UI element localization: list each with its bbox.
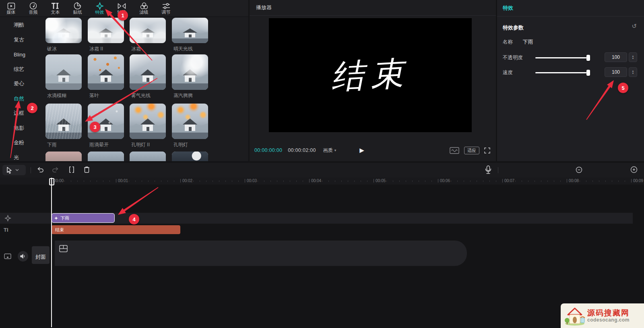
stepper-down-icon[interactable]: ▾: [632, 72, 634, 75]
effect-thumb-lantern[interactable]: [130, 104, 166, 139]
param-slider-handle[interactable]: [586, 55, 590, 61]
effects-grid: 破冰冰霜 II冰霜晴天光线水滴模糊落叶雾气光线蒸汽腾腾下雨雨滴晕开孔明灯 II孔…: [44, 17, 248, 161]
text-clip-label: 结束: [55, 227, 64, 233]
effect-thumb-partial[interactable]: [172, 152, 208, 161]
toolbar-tab-audio[interactable]: 音频: [22, 0, 44, 17]
effect-thumb-frost[interactable]: [88, 18, 124, 43]
ruler-minor-tick: [135, 181, 136, 182]
param-label: 不透明度: [503, 54, 523, 61]
effect-name: 雾气光线: [131, 92, 151, 99]
toolbar-tab-label: 滤镜: [140, 10, 149, 15]
param-stepper[interactable]: ▴▾: [629, 67, 637, 77]
ruler-minor-tick: [625, 181, 625, 182]
ruler-minor-tick: [618, 181, 619, 182]
ruler-minor-tick: [167, 181, 168, 182]
microphone-icon[interactable]: [485, 165, 492, 174]
timeline-effect-clip[interactable]: 下雨: [52, 213, 115, 223]
category-item[interactable]: 潮酷: [0, 18, 44, 33]
param-row-speed: 速度100▴▾: [497, 67, 644, 78]
ruler-minor-tick: [528, 181, 528, 182]
effect-thumb-frost[interactable]: [130, 18, 166, 43]
toolbar-tab-effects[interactable]: 特效: [89, 0, 111, 17]
effect-track-icon: [4, 215, 11, 222]
zoom-out-icon[interactable]: [576, 166, 582, 173]
inspector-tab-effects[interactable]: 特效: [503, 4, 513, 12]
param-slider-handle[interactable]: [586, 70, 590, 76]
hide-video-track-icon[interactable]: [4, 253, 11, 259]
fit-button[interactable]: 适应: [464, 147, 479, 154]
waveform-icon[interactable]: [450, 147, 459, 154]
playhead-handle[interactable]: [49, 178, 54, 185]
delete-icon[interactable]: [83, 166, 91, 174]
toolbar-tab-media[interactable]: 媒体: [0, 0, 22, 17]
effect-overlay: [130, 104, 166, 139]
effect-thumb-partial[interactable]: [88, 152, 124, 161]
toolbar-tab-sticker[interactable]: 贴纸: [66, 0, 89, 17]
category-item[interactable]: 金粉: [0, 135, 44, 150]
effect-thumb-partial[interactable]: [130, 152, 166, 161]
effect-overlay: [172, 152, 208, 161]
ruler-minor-tick: [522, 181, 522, 182]
timeline-toolbar: [0, 163, 644, 177]
ruler-minor-tick: [489, 181, 490, 182]
category-item[interactable]: 自然: [0, 91, 44, 106]
mute-track-button[interactable]: [18, 251, 28, 262]
redo-icon[interactable]: [52, 166, 60, 174]
effect-name: 晴天光线: [173, 46, 193, 52]
cursor-tool-icon[interactable]: [6, 166, 12, 174]
effect-thumb-leaves[interactable]: [88, 54, 124, 90]
step-number-badge-3: 3: [90, 122, 100, 132]
category-item[interactable]: 综艺: [0, 62, 44, 77]
effect-overlay: [172, 54, 208, 90]
param-value-input[interactable]: 100: [605, 67, 627, 77]
effect-thumb-rain[interactable]: [45, 104, 82, 139]
effect-thumb-fogbeam[interactable]: [130, 54, 166, 90]
chevron-down-icon[interactable]: [15, 169, 19, 171]
effect-thumb-lantern[interactable]: [172, 104, 208, 139]
effect-thumb-partial[interactable]: [45, 152, 82, 161]
fullscreen-icon[interactable]: [484, 147, 490, 154]
ruler-minor-tick: [457, 181, 458, 182]
param-slider[interactable]: [535, 72, 588, 73]
toolbar-tab-label: 贴纸: [73, 10, 82, 15]
zoom-in-icon[interactable]: [630, 166, 638, 173]
stepper-down-icon[interactable]: ▾: [632, 57, 634, 60]
timeline-text-clip[interactable]: 结束: [52, 225, 180, 234]
select-tool-group[interactable]: [2, 165, 26, 175]
reset-icon[interactable]: ↺: [632, 23, 637, 30]
effect-overlay: [172, 18, 208, 43]
ruler-minor-tick: [612, 181, 612, 182]
ruler-minor-tick: [483, 181, 483, 182]
ruler-minor-tick: [219, 181, 219, 182]
add-media-track-icon[interactable]: [59, 245, 68, 252]
timeline-ruler[interactable]: 00:0000:0100:0200:0300:0400:0500:0600:07…: [0, 177, 644, 185]
effects-icon: [96, 2, 104, 10]
category-item[interactable]: 电影: [0, 121, 44, 136]
cover-button[interactable]: 封面: [32, 246, 50, 264]
toolbar-tab-text[interactable]: 文本: [44, 0, 66, 17]
effect-thumb-steam[interactable]: [172, 54, 208, 90]
current-time: 00:00:00:00: [254, 147, 282, 153]
param-stepper[interactable]: ▴▾: [629, 52, 637, 62]
split-icon[interactable]: [68, 166, 76, 174]
quality-dropdown[interactable]: 画质 ▾: [323, 147, 336, 154]
ruler-minor-tick: [328, 181, 329, 182]
effect-thumb-raindrop[interactable]: [88, 104, 124, 139]
play-button[interactable]: ▶: [355, 143, 369, 157]
ruler-minor-tick: [386, 181, 387, 182]
undo-icon[interactable]: [36, 166, 44, 174]
toolbar-tab-filter[interactable]: 滤镜: [133, 0, 155, 17]
category-item[interactable]: Bling: [0, 47, 44, 62]
transition-icon: [118, 2, 126, 10]
video-preview[interactable]: 结束: [269, 18, 472, 132]
param-slider[interactable]: [535, 57, 588, 58]
effect-thumb-ice[interactable]: [45, 18, 82, 43]
param-value-input[interactable]: 100: [605, 52, 627, 62]
category-item[interactable]: 爱心: [0, 77, 44, 91]
ruler-minor-tick: [599, 181, 599, 182]
toolbar-tab-adjust[interactable]: 调节: [155, 0, 177, 17]
effect-thumb-sunbeam[interactable]: [172, 18, 208, 43]
effect-thumb-blur[interactable]: [45, 54, 82, 90]
category-item[interactable]: 边框: [0, 106, 44, 121]
category-item[interactable]: 复古: [0, 33, 44, 48]
